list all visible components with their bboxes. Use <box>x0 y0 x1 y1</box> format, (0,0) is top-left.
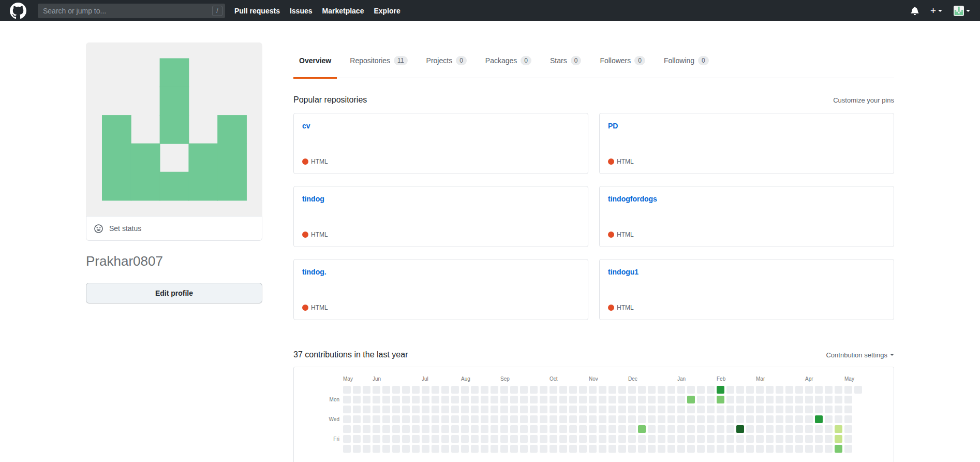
contribution-cell[interactable] <box>815 415 823 423</box>
contribution-cell[interactable] <box>795 425 803 433</box>
contribution-cell[interactable] <box>687 386 695 394</box>
contribution-cell[interactable] <box>402 386 410 394</box>
contribution-cell[interactable] <box>618 415 626 423</box>
contribution-cell[interactable] <box>373 415 380 423</box>
contribution-cell[interactable] <box>432 415 439 423</box>
contribution-cell[interactable] <box>461 425 469 433</box>
contribution-cell[interactable] <box>491 445 498 453</box>
contribution-cell[interactable] <box>510 406 518 413</box>
contribution-cell[interactable] <box>569 386 577 394</box>
contribution-cell[interactable] <box>815 445 823 453</box>
contribution-cell[interactable] <box>530 396 538 403</box>
contribution-cell[interactable] <box>638 425 646 433</box>
contribution-cell[interactable] <box>677 425 685 433</box>
contribution-cell[interactable] <box>461 396 469 403</box>
contribution-cell[interactable] <box>707 396 715 403</box>
contribution-cell[interactable] <box>658 415 665 423</box>
contribution-cell[interactable] <box>766 415 774 423</box>
contribution-cell[interactable] <box>628 415 636 423</box>
contribution-cell[interactable] <box>353 386 361 394</box>
contribution-cell[interactable] <box>441 435 449 443</box>
contribution-cell[interactable] <box>667 396 675 403</box>
contribution-cell[interactable] <box>776 386 783 394</box>
contribution-cell[interactable] <box>451 386 459 394</box>
contribution-cell[interactable] <box>667 425 675 433</box>
contribution-cell[interactable] <box>628 425 636 433</box>
contribution-cell[interactable] <box>569 396 577 403</box>
contribution-cell[interactable] <box>726 386 734 394</box>
contribution-cell[interactable] <box>658 396 665 403</box>
contribution-cell[interactable] <box>697 396 705 403</box>
contribution-cell[interactable] <box>530 445 538 453</box>
contribution-cell[interactable] <box>717 435 724 443</box>
contribution-cell[interactable] <box>805 445 813 453</box>
contribution-cell[interactable] <box>471 435 479 443</box>
contribution-cell[interactable] <box>844 396 852 403</box>
contribution-cell[interactable] <box>648 386 656 394</box>
contribution-cell[interactable] <box>697 445 705 453</box>
contribution-cell[interactable] <box>726 425 734 433</box>
contribution-cell[interactable] <box>825 406 833 413</box>
contribution-cell[interactable] <box>746 425 754 433</box>
contribution-cell[interactable] <box>805 435 813 443</box>
contribution-cell[interactable] <box>510 386 518 394</box>
contribution-cell[interactable] <box>785 445 793 453</box>
contribution-cell[interactable] <box>756 396 764 403</box>
contribution-cell[interactable] <box>835 406 842 413</box>
contribution-cell[interactable] <box>441 386 449 394</box>
contribution-cell[interactable] <box>785 406 793 413</box>
contribution-cell[interactable] <box>638 406 646 413</box>
contribution-cell[interactable] <box>402 406 410 413</box>
repo-name-link[interactable]: tindog <box>302 195 580 203</box>
contribution-cell[interactable] <box>432 406 439 413</box>
contribution-cell[interactable] <box>717 445 724 453</box>
contribution-cell[interactable] <box>441 445 449 453</box>
contribution-cell[interactable] <box>736 425 744 433</box>
contribution-cell[interactable] <box>491 406 498 413</box>
contribution-cell[interactable] <box>402 445 410 453</box>
contribution-cell[interactable] <box>697 425 705 433</box>
contribution-cell[interactable] <box>353 415 361 423</box>
contribution-cell[interactable] <box>707 445 715 453</box>
contribution-cell[interactable] <box>805 386 813 394</box>
contribution-cell[interactable] <box>785 435 793 443</box>
contribution-cell[interactable] <box>756 406 764 413</box>
contribution-cell[interactable] <box>382 386 390 394</box>
contribution-cell[interactable] <box>726 396 734 403</box>
contribution-cell[interactable] <box>569 445 577 453</box>
contribution-cell[interactable] <box>530 415 538 423</box>
contribution-cell[interactable] <box>353 445 361 453</box>
contribution-cell[interactable] <box>550 386 557 394</box>
contribution-cell[interactable] <box>363 425 370 433</box>
contribution-cell[interactable] <box>608 415 616 423</box>
contribution-cell[interactable] <box>540 425 547 433</box>
contribution-cell[interactable] <box>451 406 459 413</box>
contribution-cell[interactable] <box>451 445 459 453</box>
contribution-cell[interactable] <box>648 415 656 423</box>
contribution-cell[interactable] <box>422 445 429 453</box>
github-logo-icon[interactable] <box>10 3 26 19</box>
contribution-cell[interactable] <box>805 425 813 433</box>
contribution-cell[interactable] <box>392 386 400 394</box>
contribution-cell[interactable] <box>648 396 656 403</box>
contribution-cell[interactable] <box>717 425 724 433</box>
contribution-cell[interactable] <box>520 425 528 433</box>
contribution-cell[interactable] <box>726 406 734 413</box>
contribution-cell[interactable] <box>520 435 528 443</box>
contribution-cell[interactable] <box>697 435 705 443</box>
contribution-cell[interactable] <box>599 386 606 394</box>
contribution-cell[interactable] <box>461 406 469 413</box>
contribution-cell[interactable] <box>726 435 734 443</box>
contribution-cell[interactable] <box>540 386 547 394</box>
contribution-cell[interactable] <box>697 386 705 394</box>
contribution-cell[interactable] <box>667 406 675 413</box>
contribution-cell[interactable] <box>795 406 803 413</box>
contribution-cell[interactable] <box>363 396 370 403</box>
contribution-cell[interactable] <box>599 415 606 423</box>
contribution-cell[interactable] <box>530 386 538 394</box>
contribution-cell[interactable] <box>815 425 823 433</box>
contribution-cell[interactable] <box>825 445 833 453</box>
contribution-cell[interactable] <box>756 415 764 423</box>
contribution-cell[interactable] <box>382 415 390 423</box>
contribution-cell[interactable] <box>559 435 567 443</box>
